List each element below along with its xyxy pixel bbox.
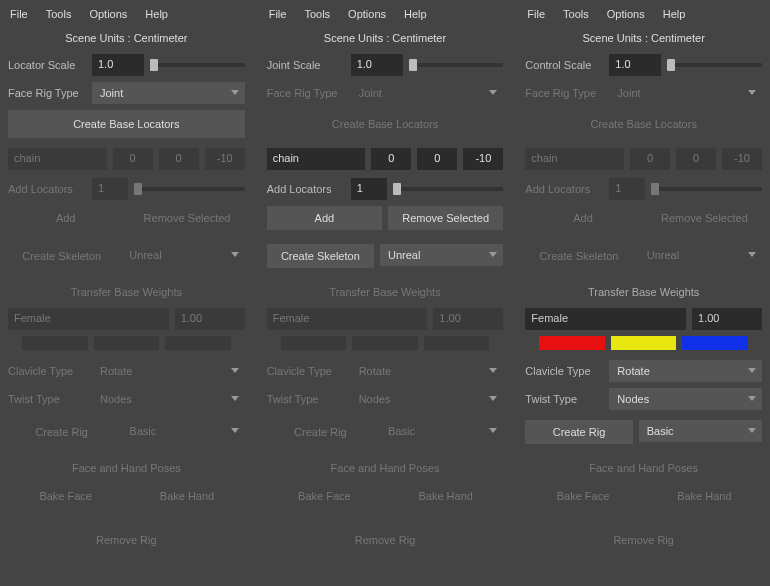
scene-units-label: Scene Units : Centimeter: [8, 28, 245, 54]
menubar: File Tools Options Help: [8, 4, 245, 28]
swatch-red: [281, 336, 347, 350]
twist-label: Twist Type: [267, 393, 345, 405]
menu-file[interactable]: File: [10, 8, 28, 20]
chain-a: 0: [630, 148, 670, 170]
menubar: File Tools Options Help: [525, 4, 762, 28]
clavicle-label: Clavicle Type: [267, 365, 345, 377]
rigmode-dropdown: Basic: [380, 420, 503, 442]
menu-file[interactable]: File: [269, 8, 287, 20]
addloc-value: 1: [609, 178, 645, 200]
remove-rig-button: Remove Rig: [525, 528, 762, 552]
menu-tools[interactable]: Tools: [563, 8, 589, 20]
addloc-slider: [651, 187, 762, 191]
rigmode-dropdown[interactable]: Basic: [639, 420, 762, 442]
gender-input: Female: [267, 308, 428, 330]
create-base-button[interactable]: Create Base Locators: [8, 110, 245, 138]
menu-help[interactable]: Help: [663, 8, 686, 20]
swatch-red[interactable]: [539, 336, 605, 350]
scale-slider[interactable]: [150, 63, 245, 67]
chain-c[interactable]: -10: [463, 148, 503, 170]
engine-dropdown: Unreal: [121, 244, 244, 266]
chain-name-input[interactable]: chain: [267, 148, 366, 170]
remove-rig-button: Remove Rig: [8, 528, 245, 552]
swatch-blue[interactable]: [682, 336, 748, 350]
remove-button[interactable]: Remove Selected: [388, 206, 503, 230]
twist-dropdown[interactable]: Nodes: [609, 388, 762, 410]
chain-a[interactable]: 0: [371, 148, 411, 170]
chain-b[interactable]: 0: [417, 148, 457, 170]
twist-label: Twist Type: [8, 393, 86, 405]
menu-options[interactable]: Options: [348, 8, 386, 20]
add-button: Add: [525, 206, 640, 230]
chain-b: 0: [676, 148, 716, 170]
facerig-label: Face Rig Type: [525, 87, 603, 99]
remove-button: Remove Selected: [129, 206, 244, 230]
create-rig-button: Create Rig: [267, 420, 374, 444]
chain-c: -10: [205, 148, 245, 170]
scene-units-label: Scene Units : Centimeter: [267, 28, 504, 54]
chain-a: 0: [113, 148, 153, 170]
engine-dropdown: Unreal: [639, 244, 762, 266]
facerig-dropdown[interactable]: Joint: [92, 82, 245, 104]
clavicle-dropdown: Rotate: [351, 360, 504, 382]
bake-hand-button: Bake Hand: [647, 484, 762, 508]
gender-input: Female: [8, 308, 169, 330]
chain-name-input: chain: [8, 148, 107, 170]
menu-file[interactable]: File: [527, 8, 545, 20]
panel-locators: File Tools Options Help Scene Units : Ce…: [0, 0, 253, 586]
addloc-value[interactable]: 1: [351, 178, 387, 200]
bake-face-button: Bake Face: [267, 484, 382, 508]
scale-input[interactable]: 1.0: [351, 54, 403, 76]
menu-options[interactable]: Options: [607, 8, 645, 20]
addloc-slider[interactable]: [393, 187, 504, 191]
menu-help[interactable]: Help: [145, 8, 168, 20]
facerig-dropdown: Joint: [609, 82, 762, 104]
menu-tools[interactable]: Tools: [304, 8, 330, 20]
addloc-label: Add Locators: [267, 183, 345, 195]
gender-value[interactable]: 1.00: [692, 308, 762, 330]
addloc-value: 1: [92, 178, 128, 200]
facerig-label: Face Rig Type: [8, 87, 86, 99]
swatch-red: [22, 336, 88, 350]
twist-dropdown: Nodes: [351, 388, 504, 410]
scale-input[interactable]: 1.0: [609, 54, 661, 76]
scale-slider[interactable]: [667, 63, 762, 67]
swatch-blue: [424, 336, 490, 350]
bake-face-button: Bake Face: [525, 484, 640, 508]
swatch-yellow[interactable]: [611, 336, 677, 350]
create-base-button: Create Base Locators: [267, 110, 504, 138]
poses-header: Face and Hand Poses: [525, 452, 762, 484]
rigmode-dropdown: Basic: [121, 420, 244, 442]
menu-help[interactable]: Help: [404, 8, 427, 20]
add-button[interactable]: Add: [267, 206, 382, 230]
bake-face-button: Bake Face: [8, 484, 123, 508]
scene-units-label: Scene Units : Centimeter: [525, 28, 762, 54]
facerig-label: Face Rig Type: [267, 87, 345, 99]
scale-label: Control Scale: [525, 59, 603, 71]
clavicle-dropdown: Rotate: [92, 360, 245, 382]
clavicle-dropdown[interactable]: Rotate: [609, 360, 762, 382]
swatch-yellow: [352, 336, 418, 350]
twist-label: Twist Type: [525, 393, 603, 405]
bake-hand-button: Bake Hand: [129, 484, 244, 508]
scale-label: Joint Scale: [267, 59, 345, 71]
twist-dropdown: Nodes: [92, 388, 245, 410]
create-base-button: Create Base Locators: [525, 110, 762, 138]
remove-rig-button: Remove Rig: [267, 528, 504, 552]
engine-dropdown[interactable]: Unreal: [380, 244, 503, 266]
weights-header: Transfer Base Weights: [8, 276, 245, 308]
gender-input[interactable]: Female: [525, 308, 686, 330]
scale-slider[interactable]: [409, 63, 504, 67]
menubar: File Tools Options Help: [267, 4, 504, 28]
menu-options[interactable]: Options: [89, 8, 127, 20]
create-rig-button[interactable]: Create Rig: [525, 420, 632, 444]
chain-name-input: chain: [525, 148, 624, 170]
scale-label: Locator Scale: [8, 59, 86, 71]
menu-tools[interactable]: Tools: [46, 8, 72, 20]
create-skeleton-button[interactable]: Create Skeleton: [267, 244, 374, 268]
chain-c: -10: [722, 148, 762, 170]
bake-hand-button: Bake Hand: [388, 484, 503, 508]
addloc-slider: [134, 187, 245, 191]
scale-input[interactable]: 1.0: [92, 54, 144, 76]
gender-value: 1.00: [433, 308, 503, 330]
